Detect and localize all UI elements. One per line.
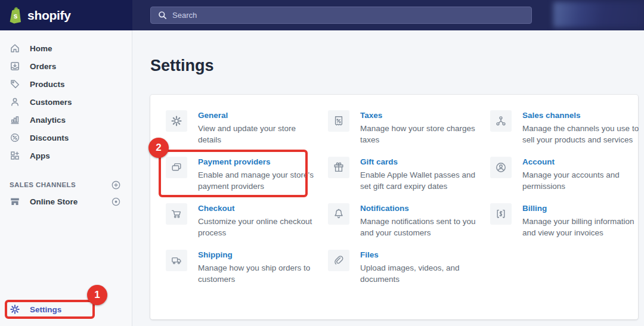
shopify-wordmark: shopify	[27, 8, 71, 23]
settings-link-billing[interactable]: Billing	[522, 203, 644, 214]
settings-desc-shipping: Manage how you ship orders to customers	[198, 263, 320, 285]
orders-icon	[10, 61, 20, 72]
settings-link-account[interactable]: Account	[522, 157, 644, 167]
paperclip-icon	[328, 250, 349, 271]
sidebar-item-label: Home	[30, 44, 52, 53]
sidebar-item-discounts[interactable]: Discounts	[0, 129, 132, 147]
search-input[interactable]: Search	[150, 7, 532, 24]
sales-channels-icon	[490, 110, 512, 132]
settings-link-checkout[interactable]: Checkout	[198, 203, 320, 214]
bell-icon	[328, 203, 349, 225]
settings-link-files[interactable]: Files	[360, 250, 482, 260]
settings-link-sales-channels[interactable]: Sales channels	[522, 110, 644, 121]
settings-link-payment-providers[interactable]: Payment providers	[198, 157, 320, 167]
settings-item-checkout[interactable]: Checkout Customize your online checkout …	[166, 203, 320, 238]
shopify-logo[interactable]: s shopify	[0, 0, 132, 30]
settings-desc-account: Manage your accounts and permissions	[522, 170, 644, 192]
settings-desc-files: Upload images, videos, and documents	[360, 263, 482, 285]
settings-link-notifications[interactable]: Notifications	[360, 203, 482, 214]
settings-item-taxes[interactable]: Taxes Manage how your store charges taxe…	[328, 110, 482, 145]
settings-item-sales-channels[interactable]: Sales channels Manage the channels you u…	[490, 110, 644, 145]
svg-text:s: s	[14, 12, 18, 20]
truck-icon	[166, 250, 187, 271]
topbar: s shopify Search	[0, 0, 644, 30]
sidebar-item-label: Analytics	[30, 116, 66, 125]
sidebar-item-label: Settings	[30, 305, 61, 314]
payment-cards-icon	[166, 157, 187, 178]
eye-icon[interactable]	[110, 196, 121, 207]
apps-grid-icon	[10, 150, 20, 161]
settings-link-taxes[interactable]: Taxes	[360, 110, 482, 121]
settings-link-shipping[interactable]: Shipping	[198, 250, 320, 260]
settings-item-files[interactable]: Files Upload images, videos, and documen…	[328, 250, 482, 285]
customers-person-icon	[10, 97, 20, 107]
settings-gear-icon	[10, 304, 20, 315]
taxes-icon	[328, 110, 349, 132]
storefront-icon	[10, 196, 20, 207]
sidebar-item-customers[interactable]: Customers	[0, 93, 132, 111]
store-account-badge-blurred[interactable]	[553, 2, 644, 27]
sidebar-item-analytics[interactable]: Analytics	[0, 111, 132, 129]
page-title: Settings	[150, 57, 644, 75]
settings-desc-sales-channels: Manage the channels you use to sell your…	[522, 123, 644, 145]
sidebar-item-label: Products	[30, 80, 65, 89]
shopify-bag-icon: s	[8, 7, 23, 24]
sidebar-item-label: Apps	[30, 151, 50, 160]
settings-item-payment-providers[interactable]: Payment providers Enable and manage your…	[166, 157, 320, 192]
sales-channels-title: SALES CHANNELS	[10, 181, 76, 188]
settings-desc-notifications: Manage notifications sent to you and you…	[360, 216, 482, 238]
settings-item-gift-cards[interactable]: Gift cards Enable Apple Wallet passes an…	[328, 157, 482, 192]
sidebar-item-home[interactable]: Home	[0, 39, 132, 57]
sidebar-item-apps[interactable]: Apps	[0, 147, 132, 164]
sales-channels-header: SALES CHANNELS	[0, 177, 132, 193]
settings-item-billing[interactable]: Billing Manage your billing information …	[490, 203, 644, 238]
sidebar-item-label: Customers	[30, 98, 72, 107]
annotation-step-1-badge: 1	[87, 285, 107, 305]
search-icon	[158, 11, 167, 20]
settings-link-gift-cards[interactable]: Gift cards	[360, 157, 482, 167]
products-tag-icon	[10, 79, 20, 89]
main-content: Settings General View and update your st…	[133, 30, 644, 326]
sidebar: Home Orders Products Customers Analytics	[0, 30, 132, 326]
settings-desc-general: View and update your store details	[198, 123, 320, 145]
settings-card: General View and update your store detai…	[150, 95, 638, 319]
gear-icon	[166, 110, 187, 132]
sidebar-item-label: Online Store	[30, 197, 78, 206]
home-icon	[10, 43, 20, 54]
discounts-percent-icon	[10, 132, 20, 143]
sidebar-item-online-store[interactable]: Online Store	[0, 193, 132, 210]
sidebar-nav: Home Orders Products Customers Analytics	[0, 30, 132, 210]
settings-item-notifications[interactable]: Notifications Manage notifications sent …	[328, 203, 482, 238]
sidebar-item-label: Orders	[30, 62, 56, 71]
settings-link-general[interactable]: General	[198, 110, 320, 121]
settings-desc-billing: Manage your billing information and view…	[522, 216, 644, 238]
annotation-step-2-badge: 2	[148, 138, 169, 158]
settings-item-shipping[interactable]: Shipping Manage how you ship orders to c…	[166, 250, 320, 285]
settings-desc-checkout: Customize your online checkout process	[198, 216, 320, 238]
sidebar-item-products[interactable]: Products	[0, 75, 132, 93]
settings-desc-payment-providers: Enable and manage your store's payment p…	[198, 170, 320, 192]
add-channel-icon[interactable]	[110, 179, 121, 190]
settings-item-general[interactable]: General View and update your store detai…	[166, 110, 320, 145]
search-placeholder: Search	[172, 11, 197, 20]
sidebar-item-label: Discounts	[30, 133, 69, 142]
settings-item-account[interactable]: Account Manage your accounts and permiss…	[490, 157, 644, 192]
settings-grid: General View and update your store detai…	[150, 95, 638, 297]
sidebar-item-orders[interactable]: Orders	[0, 57, 132, 75]
analytics-bar-chart-icon	[10, 114, 20, 125]
sidebar-item-settings[interactable]: Settings	[0, 300, 101, 319]
settings-desc-taxes: Manage how your store charges taxes	[360, 123, 482, 145]
settings-desc-gift-cards: Enable Apple Wallet passes and set gift …	[360, 170, 482, 192]
cart-icon	[166, 203, 187, 225]
account-person-icon	[490, 157, 512, 178]
gift-icon	[328, 157, 349, 178]
billing-icon	[490, 203, 512, 225]
